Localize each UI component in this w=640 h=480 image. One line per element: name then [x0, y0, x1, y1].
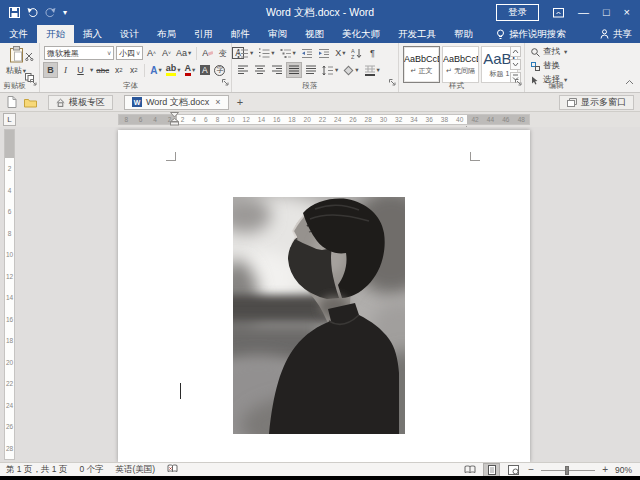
- decrease-indent-button[interactable]: [300, 46, 314, 60]
- tab-file[interactable]: 文件: [0, 25, 37, 43]
- underline-dropdown[interactable]: ▾: [90, 66, 93, 74]
- bold-button[interactable]: B: [44, 63, 57, 77]
- find-button[interactable]: 查找▾: [531, 46, 567, 58]
- italic-button[interactable]: I: [59, 63, 72, 77]
- superscript-button[interactable]: x2: [127, 63, 140, 77]
- save-icon[interactable]: [9, 7, 20, 18]
- page-indicator[interactable]: 第 1 页，共 1 页: [6, 464, 67, 476]
- tab-beautify[interactable]: 美化大师: [333, 25, 389, 43]
- sort-button[interactable]: AZ: [350, 46, 363, 60]
- style-card-normal[interactable]: AaBbCcDd ↵ 正文: [403, 46, 440, 83]
- change-case-button[interactable]: Aa▾: [175, 46, 192, 60]
- share-button[interactable]: 共享: [600, 25, 632, 43]
- word-file-icon: W: [132, 97, 142, 107]
- align-left-button[interactable]: [236, 63, 250, 77]
- multilevel-list-button[interactable]: ▾: [279, 46, 297, 60]
- line-spacing-button[interactable]: ▾: [321, 63, 339, 77]
- align-center-button[interactable]: [253, 63, 267, 77]
- highlight-color-button[interactable]: ab▾: [165, 63, 182, 77]
- grow-font-button[interactable]: A˄: [145, 46, 158, 60]
- styles-scroll-down-icon[interactable]: [510, 59, 521, 70]
- customize-qat-icon[interactable]: ▾: [63, 8, 67, 17]
- tab-review[interactable]: 审阅: [259, 25, 296, 43]
- minimize-button[interactable]: —: [578, 7, 589, 18]
- redo-icon[interactable]: [45, 7, 56, 18]
- close-button[interactable]: ×: [624, 7, 630, 18]
- tell-me-search[interactable]: 操作说明搜索: [496, 25, 566, 43]
- shrink-font-button[interactable]: A˅: [160, 46, 173, 60]
- web-layout-icon[interactable]: [506, 464, 521, 476]
- close-tab-icon[interactable]: ×: [215, 97, 220, 107]
- tab-layout[interactable]: 布局: [148, 25, 185, 43]
- tab-view[interactable]: 视图: [296, 25, 333, 43]
- underline-button[interactable]: U: [74, 63, 87, 77]
- tab-home[interactable]: 开始: [37, 25, 74, 43]
- asian-layout-button[interactable]: X▾: [334, 46, 347, 60]
- collapse-ribbon-icon[interactable]: [625, 71, 634, 89]
- style-card-no-spacing[interactable]: AaBbCcDd ↵ 无间隔: [442, 46, 479, 83]
- strikethrough-button[interactable]: abc: [95, 63, 110, 77]
- vertical-ruler-top-margin: [5, 130, 14, 158]
- signin-button[interactable]: 登录: [496, 4, 539, 21]
- tab-help[interactable]: 帮助: [445, 25, 482, 43]
- open-folder-icon[interactable]: [24, 97, 37, 108]
- clear-formatting-button[interactable]: A: [201, 46, 214, 60]
- styles-scroll-up-icon[interactable]: [510, 46, 521, 57]
- font-group-label: 字体: [40, 81, 221, 91]
- font-size-select[interactable]: 小四˅: [116, 46, 143, 60]
- text-cursor: [180, 383, 181, 399]
- read-mode-icon[interactable]: [462, 464, 477, 476]
- zoom-level[interactable]: 90%: [615, 465, 632, 475]
- justify-button[interactable]: [287, 63, 301, 77]
- zoom-in-button[interactable]: +: [602, 464, 608, 475]
- ribbon-display-options-icon[interactable]: [553, 4, 564, 22]
- tab-insert[interactable]: 插入: [74, 25, 111, 43]
- tab-design[interactable]: 设计: [111, 25, 148, 43]
- cut-icon[interactable]: [25, 47, 34, 65]
- document-tab-active[interactable]: W Word 文档.docx ×: [124, 95, 229, 110]
- clipboard-dialog-launcher[interactable]: [30, 72, 37, 90]
- font-name-select[interactable]: 微软雅黑˅: [44, 46, 114, 60]
- zoom-out-button[interactable]: −: [528, 464, 534, 475]
- document-page[interactable]: [118, 130, 530, 462]
- horizontal-ruler: L 8642 246810121416182022242628303234363…: [0, 112, 640, 127]
- tab-developer[interactable]: 开发工具: [389, 25, 445, 43]
- styles-dialog-launcher[interactable]: [515, 72, 522, 90]
- font-dialog-launcher[interactable]: [222, 72, 229, 90]
- align-right-button[interactable]: [270, 63, 284, 77]
- tab-stop-selector[interactable]: L: [3, 113, 16, 126]
- bullets-button[interactable]: ▾: [236, 46, 254, 60]
- document-photo[interactable]: [233, 197, 405, 434]
- editing-group: 查找▾ 替换 选择▾ 编辑: [525, 43, 587, 92]
- undo-icon[interactable]: [27, 7, 38, 18]
- print-layout-icon[interactable]: [484, 464, 499, 476]
- status-bar: 第 1 页，共 1 页 0 个字 英语(美国) − + 90%: [0, 462, 640, 476]
- proofing-book-icon[interactable]: [167, 464, 178, 475]
- ruler-text-area: 246810121416182022242628303234363840: [177, 115, 468, 124]
- language-indicator[interactable]: 英语(美国): [116, 464, 156, 476]
- character-shading-button[interactable]: A: [198, 63, 211, 77]
- replace-button[interactable]: 替换: [531, 60, 567, 72]
- word-count[interactable]: 0 个字: [79, 464, 103, 476]
- borders-button[interactable]: ▾: [363, 63, 381, 77]
- maximize-button[interactable]: □: [603, 7, 610, 18]
- subscript-button[interactable]: x2: [112, 63, 125, 77]
- template-zone-tab[interactable]: 模板专区: [48, 95, 113, 110]
- zoom-slider[interactable]: [541, 464, 595, 476]
- paragraph-dialog-launcher[interactable]: [389, 72, 396, 90]
- tab-mailings[interactable]: 邮件: [222, 25, 259, 43]
- numbering-button[interactable]: ▾: [257, 46, 275, 60]
- new-tab-button[interactable]: +: [237, 96, 243, 108]
- increase-indent-button[interactable]: [317, 46, 331, 60]
- font-color-button[interactable]: A▾: [183, 63, 196, 77]
- clipboard-icon: [9, 46, 24, 63]
- phonetic-guide-button[interactable]: 变: [216, 46, 229, 60]
- shading-button[interactable]: ▾: [342, 63, 359, 77]
- text-effects-button[interactable]: A▾: [149, 63, 163, 77]
- tab-references[interactable]: 引用: [185, 25, 222, 43]
- show-hide-marks-button[interactable]: ¶: [366, 46, 379, 60]
- new-document-icon[interactable]: [7, 96, 17, 108]
- distribute-button[interactable]: [304, 63, 318, 77]
- show-multi-window-button[interactable]: 显示多窗口: [559, 95, 634, 110]
- zoom-slider-thumb[interactable]: [565, 466, 569, 475]
